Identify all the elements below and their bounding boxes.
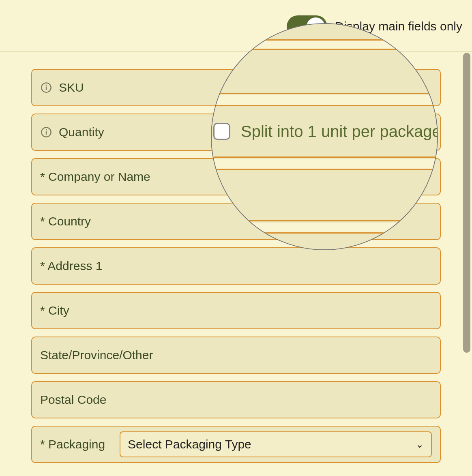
packaging-select-placeholder: Select Packaging Type — [128, 437, 251, 451]
section-divider — [0, 51, 472, 52]
country-label: * Country — [40, 214, 91, 228]
postal-code-label: Postal Code — [40, 393, 106, 407]
svg-point-2 — [46, 85, 47, 86]
city-field[interactable]: * City — [31, 292, 441, 329]
info-icon — [40, 126, 52, 138]
state-label: State/Province/Other — [40, 348, 153, 362]
packaging-field: * Packaging Select Packaging Type ⌄ — [31, 426, 441, 463]
sku-label: SKU — [59, 81, 84, 94]
postal-code-field[interactable]: Postal Code — [31, 381, 441, 418]
split-per-package-checkbox[interactable] — [213, 123, 230, 140]
address1-label: * Address 1 — [40, 259, 102, 273]
split-per-package-label: Split into 1 unit per package — [241, 122, 438, 141]
magnifier-lens: Split into 1 unit per package — [211, 23, 438, 250]
magnifier-content: Split into 1 unit per package — [212, 24, 437, 249]
top-toggle-row: Display main fields only — [0, 12, 462, 41]
city-label: * City — [40, 304, 69, 317]
scrollbar[interactable] — [463, 53, 470, 353]
info-icon — [40, 81, 52, 94]
state-field[interactable]: State/Province/Other — [31, 337, 441, 374]
chevron-down-icon: ⌄ — [416, 439, 424, 450]
split-per-package-row: Split into 1 unit per package — [211, 105, 438, 158]
packaging-select[interactable]: Select Packaging Type ⌄ — [120, 431, 432, 457]
company-name-label: * Company or Name — [40, 170, 150, 184]
packaging-label: * Packaging — [40, 437, 105, 451]
quantity-label: Quantity — [59, 125, 104, 139]
address1-field[interactable]: * Address 1 — [31, 247, 441, 285]
svg-point-5 — [46, 129, 47, 131]
